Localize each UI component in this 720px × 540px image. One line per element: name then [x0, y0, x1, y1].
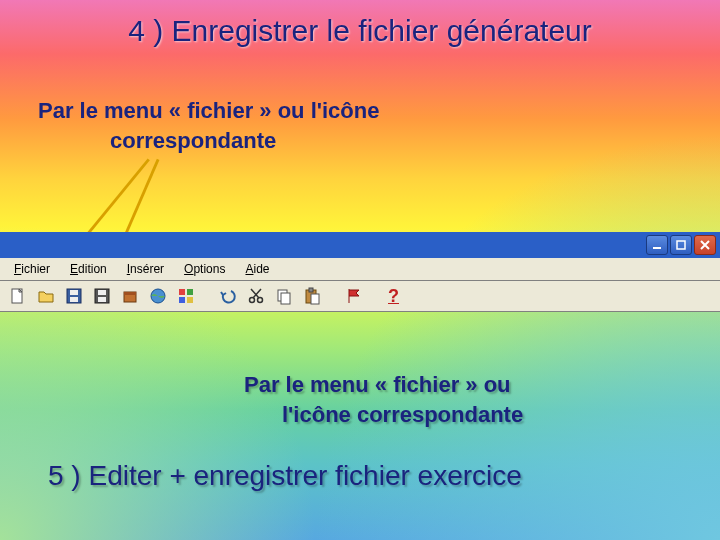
svg-rect-10 [98, 297, 106, 302]
help-button[interactable]: ? [382, 286, 405, 307]
grid-icon [177, 287, 195, 305]
cut-button[interactable] [242, 283, 270, 309]
open-button[interactable] [32, 283, 60, 309]
globe-icon [149, 287, 167, 305]
copy-icon [275, 287, 293, 305]
menu-edition[interactable]: Edition [60, 260, 117, 278]
scissors-icon [247, 287, 265, 305]
titlebar [0, 232, 720, 258]
undo-icon [219, 287, 237, 305]
svg-rect-12 [124, 292, 136, 295]
open-folder-icon [37, 287, 55, 305]
heading-step4: 4 ) Enregistrer le fichier générateur [0, 14, 720, 48]
svg-rect-16 [179, 297, 185, 303]
svg-rect-21 [281, 293, 290, 304]
maximize-button[interactable] [670, 235, 692, 255]
new-button[interactable] [4, 283, 32, 309]
archive-button[interactable] [116, 283, 144, 309]
slide: 4 ) Enregistrer le fichier générateur Pa… [0, 0, 720, 540]
grid-button[interactable] [172, 283, 200, 309]
svg-rect-7 [70, 297, 78, 302]
toolbar: ? [0, 281, 720, 312]
new-file-icon [9, 287, 27, 305]
archive-icon [121, 287, 139, 305]
flag-button[interactable] [340, 283, 368, 309]
heading-step5: 5 ) Editer + enregistrer fichier exercic… [48, 460, 522, 492]
close-icon [700, 240, 710, 250]
subtitle-2-line1: Par le menu « fichier » ou [244, 372, 511, 397]
minimize-icon [652, 240, 662, 250]
svg-rect-3 [677, 241, 685, 249]
menu-fichier[interactable]: Fichier [4, 260, 60, 278]
subtitle-1: Par le menu « fichier » ou l'icône corre… [38, 96, 379, 155]
svg-rect-2 [653, 247, 661, 249]
menubar: Fichier Edition Insérer Options Aide [0, 258, 720, 281]
maximize-icon [676, 240, 686, 250]
subtitle-1-line1: Par le menu « fichier » ou l'icône [38, 98, 379, 123]
subtitle-2-line2: l'icône correspondante [244, 400, 523, 430]
svg-rect-23 [309, 288, 313, 292]
svg-rect-24 [311, 294, 319, 304]
undo-button[interactable] [214, 283, 242, 309]
floppy-icon [65, 287, 83, 305]
globe-button[interactable] [144, 283, 172, 309]
menu-options[interactable]: Options [174, 260, 235, 278]
minimize-button[interactable] [646, 235, 668, 255]
menu-inserer[interactable]: Insérer [117, 260, 174, 278]
floppy-alt-icon [93, 287, 111, 305]
menu-aide[interactable]: Aide [235, 260, 279, 278]
save-as-button[interactable] [88, 283, 116, 309]
save-button[interactable] [60, 283, 88, 309]
subtitle-2: Par le menu « fichier » ou l'icône corre… [244, 370, 523, 429]
close-button[interactable] [694, 235, 716, 255]
paste-button[interactable] [298, 283, 326, 309]
app-window: Fichier Edition Insérer Options Aide [0, 232, 720, 312]
svg-rect-6 [70, 290, 78, 295]
subtitle-1-line2: correspondante [38, 126, 379, 156]
svg-rect-14 [179, 289, 185, 295]
svg-rect-9 [98, 290, 106, 295]
svg-rect-17 [187, 297, 193, 303]
copy-button[interactable] [270, 283, 298, 309]
flag-icon [345, 287, 363, 305]
clipboard-icon [303, 287, 321, 305]
svg-rect-15 [187, 289, 193, 295]
